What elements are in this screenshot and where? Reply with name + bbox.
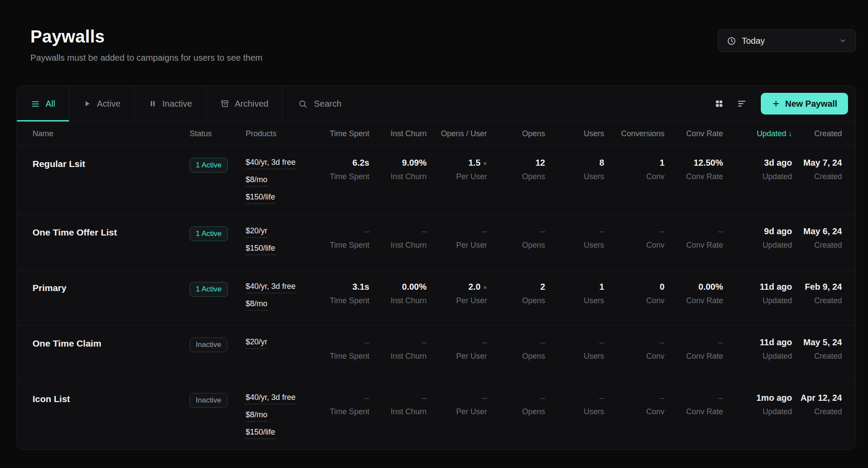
cell-time-spent: 6.2sTime Spent [313, 158, 369, 204]
cell-conv-rate: –Conv Rate [664, 226, 723, 259]
date-filter-dropdown[interactable]: Today [718, 29, 856, 52]
product-link[interactable]: $40/yr, 3d free [246, 158, 296, 169]
page-title: Paywalls [30, 27, 263, 46]
metric-value: Apr 12, 24 [792, 393, 842, 403]
metric-label: Per User [427, 407, 487, 416]
metric-label: Conv [604, 241, 664, 250]
grid-view-button[interactable] [710, 94, 729, 113]
cell-conversions: –Conv [604, 226, 664, 259]
column-header-conv-rate[interactable]: Conv Rate [664, 129, 723, 138]
tab-active[interactable]: Active [69, 86, 135, 121]
product-link[interactable]: $8/mo [246, 299, 267, 311]
metric-label: Opens [487, 352, 545, 361]
filter-tabs: AllActiveInactiveArchived [17, 86, 283, 121]
metric-value: – [664, 393, 723, 403]
column-header-conversions[interactable]: Conversions [604, 129, 664, 138]
new-paywall-button[interactable]: New Paywall [761, 93, 848, 115]
column-header-created[interactable]: Created [792, 129, 842, 138]
tab-archived[interactable]: Archived [207, 86, 283, 121]
metric-label: Time Spent [313, 296, 369, 305]
column-header-users[interactable]: Users [545, 129, 604, 138]
cell-created: Feb 9, 24Created [792, 282, 842, 315]
cell-products: $40/yr, 3d free$8/mo$150/life [246, 393, 313, 439]
metric-value: 11d ago [723, 337, 792, 347]
product-link[interactable]: $150/life [246, 244, 275, 255]
metric-value: – [313, 337, 369, 347]
tab-label: Active [97, 99, 120, 109]
cell-users: –Users [545, 393, 604, 439]
search-input[interactable] [314, 99, 496, 109]
cell-products: $20/yr [246, 337, 313, 370]
metric-value: 0 [604, 282, 664, 292]
column-header-status[interactable]: Status [190, 129, 246, 138]
toolbar-actions: New Paywall [710, 86, 855, 121]
product-link[interactable]: $8/mo [246, 410, 267, 422]
metric-label: Time Spent [313, 352, 369, 361]
table-row[interactable]: Icon ListInactive$40/yr, 3d free$8/mo$15… [17, 381, 855, 449]
metric-value: 9d ago [723, 226, 792, 236]
status-badge: Inactive [190, 337, 227, 352]
metric-value: – [604, 393, 664, 403]
metric-value: – [604, 337, 664, 347]
metric-label: Updated [723, 241, 792, 250]
toolbar: AllActiveInactiveArchived New Paywall [17, 86, 855, 122]
column-header-name[interactable]: Name [33, 129, 190, 138]
product-link[interactable]: $20/yr [246, 226, 267, 238]
metric-value: – [427, 226, 487, 236]
cell-name: Regular Lsit [33, 158, 190, 204]
column-header-updated[interactable]: Updated ↓ [723, 129, 792, 138]
column-header-time-spent[interactable]: Time Spent [313, 129, 369, 138]
pause-icon [149, 100, 157, 108]
menu-icon [31, 99, 40, 108]
cell-status: Inactive [190, 393, 246, 439]
cell-conv-rate: 0.00%Conv Rate [664, 282, 723, 315]
column-header-opens-user[interactable]: Opens / User [427, 129, 487, 138]
status-badge: 1 Active [190, 158, 228, 173]
metric-value: – [545, 226, 604, 236]
search-box[interactable] [298, 86, 709, 121]
cell-opens-per-user: 1.5 ×Per User [427, 158, 487, 204]
table-row[interactable]: One Time ClaimInactive$20/yr–Time Spent–… [17, 326, 855, 381]
cell-inst-churn: 9.09%Inst Churn [369, 158, 427, 204]
metric-label: Updated [723, 172, 792, 181]
column-header-inst-churn[interactable]: Inst Churn [369, 129, 427, 138]
metric-label: Conv Rate [664, 296, 723, 305]
product-link[interactable]: $40/yr, 3d free [246, 282, 296, 293]
metric-label: Opens [487, 241, 545, 250]
cell-created: May 6, 24Created [792, 226, 842, 259]
list-view-button[interactable] [732, 94, 751, 113]
metric-label: Conv Rate [664, 407, 723, 416]
tab-label: Inactive [162, 99, 192, 109]
cell-opens: –Opens [487, 337, 545, 370]
metric-label: Conv Rate [664, 241, 723, 250]
metric-label: Per User [427, 296, 487, 305]
table-header: NameStatusProductsTime SpentInst ChurnOp… [17, 122, 855, 146]
column-header-opens[interactable]: Opens [487, 129, 545, 138]
product-link[interactable]: $150/life [246, 428, 275, 439]
table-row[interactable]: Primary1 Active$40/yr, 3d free$8/mo3.1sT… [17, 270, 855, 326]
page-subtitle: Paywalls must be added to campaigns for … [30, 53, 263, 63]
column-header-products[interactable]: Products [246, 129, 313, 138]
metric-value: – [369, 337, 427, 347]
table-row[interactable]: Regular Lsit1 Active$40/yr, 3d free$8/mo… [17, 146, 855, 215]
tab-all[interactable]: All [17, 86, 69, 121]
tab-inactive[interactable]: Inactive [135, 86, 207, 121]
cell-conversions: 1Conv [604, 158, 664, 204]
product-link[interactable]: $150/life [246, 193, 275, 204]
table-row[interactable]: One Time Offer List1 Active$20/yr$150/li… [17, 215, 855, 270]
product-link[interactable]: $20/yr [246, 337, 267, 349]
metric-label: Inst Churn [369, 172, 427, 181]
cell-products: $40/yr, 3d free$8/mo [246, 282, 313, 315]
product-link[interactable]: $40/yr, 3d free [246, 393, 296, 404]
metric-value: – [313, 226, 369, 236]
cell-opens-per-user: –Per User [427, 337, 487, 370]
cell-status: 1 Active [190, 282, 246, 315]
play-icon [83, 100, 91, 108]
metric-value: 9.09% [369, 158, 427, 168]
product-link[interactable]: $8/mo [246, 175, 267, 187]
tab-label: All [46, 99, 55, 109]
metric-label: Per User [427, 352, 487, 361]
metric-label: Conv Rate [664, 172, 723, 181]
cell-opens: 2Opens [487, 282, 545, 315]
metric-label: Updated [723, 296, 792, 305]
